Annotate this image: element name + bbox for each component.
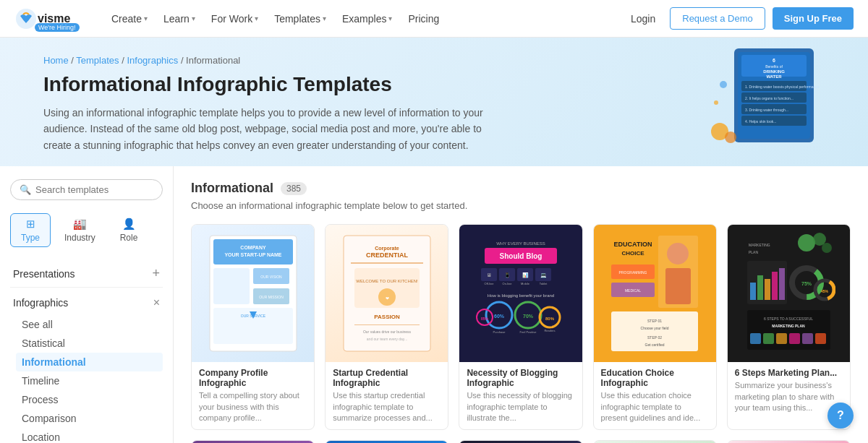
template-thumb-company: COMPANY YOUR START-UP NAME OUR VISION OU…	[192, 225, 314, 362]
svg-rect-98	[772, 272, 778, 300]
template-info: Education Choice Infographic Use this ed…	[594, 362, 716, 429]
template-card[interactable]: MARKETING PLAN 75%	[727, 224, 851, 430]
svg-rect-78	[665, 268, 691, 304]
svg-rect-95	[750, 283, 756, 300]
nav-right: Login Request a Demo Sign Up Free	[624, 7, 854, 30]
svg-text:Our values drive our business: Our values drive our business	[363, 330, 412, 334]
sidebar-item-comparison[interactable]: Comparison	[16, 409, 163, 428]
signup-button[interactable]: Sign Up Free	[773, 7, 854, 30]
svg-text:How is blogging benefit your b: How is blogging benefit your brand	[488, 293, 554, 298]
template-card[interactable]: Corporate CREDENTIAL WELCOME TO OUR KITC…	[325, 224, 448, 430]
template-card[interactable]: List of Common Things	[459, 440, 582, 443]
svg-text:80%: 80%	[545, 317, 555, 321]
template-info: Company Profile Infographic Tell a compe…	[192, 362, 314, 429]
nav-links: Create ▾ Learn ▾ For Work ▾ Templates ▾ …	[104, 9, 624, 29]
filter-tab-industry[interactable]: 🏭 Industry	[54, 213, 106, 247]
sidebar-item-informational[interactable]: Informational	[16, 353, 163, 371]
sidebar-item-see-all[interactable]: See all	[16, 315, 163, 334]
demo-button[interactable]: Request a Demo	[670, 7, 765, 30]
template-card[interactable]: COMPANY YOUR START-UP NAME OUR VISION OU…	[191, 224, 315, 430]
svg-text:PASSION: PASSION	[374, 314, 400, 320]
svg-text:STEP 01: STEP 01	[647, 319, 662, 323]
logo[interactable]: visme We're Hiring!	[14, 7, 94, 30]
sidebar-item-timeline[interactable]: Timeline	[16, 371, 163, 390]
template-name: Education Choice Infographic	[601, 368, 709, 388]
svg-text:DRINKING: DRINKING	[763, 69, 785, 74]
hiring-badge: We're Hiring!	[35, 23, 80, 32]
svg-text:visme: visme	[38, 12, 70, 25]
role-icon: 👤	[122, 218, 136, 231]
breadcrumb-home[interactable]: Home	[43, 55, 69, 66]
presentations-header[interactable]: Presentations +	[10, 260, 163, 287]
filter-tab-role-label: Role	[120, 233, 138, 243]
nav-examples-label: Examples	[342, 13, 386, 25]
template-name: 6 Steps Marketing Plan...	[735, 368, 843, 378]
svg-rect-96	[757, 275, 763, 300]
svg-text:MEDICAL: MEDICAL	[625, 288, 641, 293]
svg-text:CREDENTIAL: CREDENTIAL	[366, 251, 409, 259]
sidebar-item-process[interactable]: Process	[16, 390, 163, 409]
nav-forwork[interactable]: For Work ▾	[204, 9, 265, 29]
svg-rect-112	[789, 333, 800, 344]
svg-text:🖥: 🖥	[486, 272, 491, 278]
infographics-label: Infographics	[13, 297, 68, 309]
template-card[interactable]: 10 SURPRISING	[325, 440, 448, 443]
svg-rect-113	[802, 333, 813, 344]
svg-point-21	[725, 132, 736, 143]
search-icon: 🔍	[20, 184, 31, 195]
infographics-header[interactable]: Infographics ×	[10, 291, 163, 315]
navbar: visme We're Hiring! Create ▾ Learn ▾ For…	[0, 0, 868, 38]
svg-rect-42	[354, 324, 420, 325]
infographics-toggle-icon: ×	[153, 296, 160, 309]
content-subtitle: Choose an informational infographic temp…	[191, 200, 851, 211]
filter-tab-type[interactable]: ⊞ Type	[10, 213, 51, 247]
nav-examples[interactable]: Examples ▾	[335, 9, 399, 29]
nav-templates[interactable]: Templates ▾	[267, 9, 333, 29]
svg-rect-111	[776, 333, 787, 344]
svg-text:Purchase: Purchase	[493, 330, 506, 334]
chevron-down-icon: ▾	[323, 14, 326, 22]
svg-text:WHY EVERY BUSINESS: WHY EVERY BUSINESS	[496, 241, 545, 246]
template-name: Company Profile Infographic	[199, 368, 307, 388]
help-button[interactable]: ?	[827, 403, 854, 429]
nav-pricing[interactable]: Pricing	[401, 9, 446, 29]
svg-text:6 STEPS TO A SUCCESSFUL: 6 STEPS TO A SUCCESSFUL	[764, 317, 813, 321]
sidebar-item-location[interactable]: Location	[16, 428, 163, 443]
nav-learn[interactable]: Learn ▾	[156, 9, 203, 29]
search-input[interactable]	[35, 184, 153, 195]
template-info: Startup Credential Infographic Use this …	[326, 362, 448, 429]
template-card[interactable]: SURPRISING	[191, 440, 315, 443]
svg-text:Choose your field: Choose your field	[641, 326, 669, 330]
svg-rect-110	[763, 333, 774, 344]
breadcrumb-templates[interactable]: Templates	[76, 55, 119, 66]
hero-infographic-svg: 6 Benefits of DRINKING WATER 1. Drinking…	[705, 45, 825, 150]
login-button[interactable]: Login	[624, 9, 663, 29]
startup-credential-thumbnail: Corporate CREDENTIAL WELCOME TO OUR KITC…	[340, 232, 434, 355]
hero-section: Home / Templates / Infographics / Inform…	[0, 38, 868, 166]
template-card[interactable]	[593, 440, 717, 443]
main-layout: 🔍 ⊞ Type 🏭 Industry 👤 Role Presentations…	[0, 166, 868, 443]
content-section-title: Informational	[191, 181, 273, 196]
template-card[interactable]: WHY EVERY BUSINESS Should Blog 🖥 Off-lin…	[459, 224, 582, 430]
hero-description: Using an informational infographic templ…	[43, 105, 492, 153]
content-area: Informational 385 Choose an informationa…	[174, 166, 868, 443]
template-desc: Use this startup credential infographic …	[333, 390, 441, 423]
nav-learn-label: Learn	[163, 13, 190, 25]
svg-text:❤: ❤	[385, 296, 388, 301]
filter-tabs: ⊞ Type 🏭 Industry 👤 Role	[10, 213, 163, 247]
filter-tab-role[interactable]: 👤 Role	[109, 213, 149, 247]
svg-text:3. Drinking water through...: 3. Drinking water through...	[745, 108, 788, 112]
sidebar-item-statistical[interactable]: Statistical	[16, 334, 163, 353]
template-card[interactable]: EDUCATION CHOICE PROGRAMMING MEDICAL	[593, 224, 717, 430]
svg-text:STEP 02: STEP 02	[647, 335, 662, 340]
nav-create[interactable]: Create ▾	[104, 9, 155, 29]
filter-tab-type-label: Type	[21, 233, 40, 243]
svg-text:CHOICE: CHOICE	[622, 250, 645, 257]
template-card[interactable]: What Makes an Infographic Est.	[727, 440, 851, 443]
svg-point-77	[667, 243, 689, 264]
svg-rect-97	[765, 279, 770, 300]
breadcrumb-current: Informational	[186, 55, 240, 66]
breadcrumb-infographics[interactable]: Infographics	[127, 55, 178, 66]
chevron-down-icon: ▾	[144, 14, 148, 22]
chevron-down-icon: ▾	[192, 14, 195, 22]
